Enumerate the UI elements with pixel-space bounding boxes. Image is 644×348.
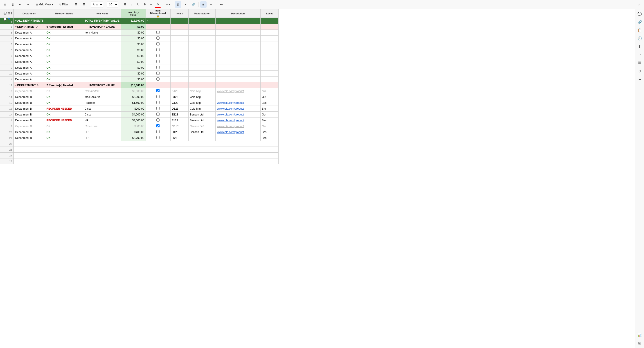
- row-number: 💬 🗒 1: [0, 18, 14, 24]
- discontinued-checkbox[interactable]: [156, 48, 160, 51]
- grid-view-button[interactable]: ⊞ Grid View ▾: [35, 1, 54, 8]
- bold-button[interactable]: B: [122, 1, 128, 8]
- discontinued-checkbox[interactable]: [156, 107, 160, 110]
- indent-button[interactable]: ☰: [80, 1, 87, 8]
- dept-collapse-toggle[interactable]: ▾: [15, 26, 16, 28]
- discontinued-checkbox[interactable]: [156, 66, 160, 69]
- cell-itemname: Commodore: [83, 88, 121, 94]
- print-icon[interactable]: 🖨: [10, 1, 16, 8]
- sidebar-upload-icon[interactable]: ⬆: [636, 43, 643, 50]
- col-header-manufacturer[interactable]: Manufacturer: [188, 9, 215, 18]
- cell-department: Department A: [14, 53, 45, 59]
- dept-collapse-toggle[interactable]: ▾: [15, 84, 16, 87]
- col-header-itemnum[interactable]: Item #: [170, 9, 188, 18]
- sidebar-grid-icon[interactable]: ⊞: [636, 340, 643, 346]
- info-small-icon[interactable]: ℹ: [11, 12, 12, 15]
- discontinued-checkbox[interactable]: [156, 72, 160, 75]
- row-comment-icon[interactable]: 💬: [4, 18, 7, 21]
- spreadsheet[interactable]: 💬 🗒 ℹ Department Reorder Status Item Nam…: [0, 9, 635, 348]
- table-row: 17 Department B OK Cisco $4,000.00 E123 …: [0, 112, 278, 118]
- cell-description: [215, 36, 260, 42]
- clear-button[interactable]: ✕: [182, 1, 189, 8]
- sidebar-diamond-icon[interactable]: ◇: [636, 68, 643, 74]
- discontinued-checkbox[interactable]: [156, 136, 160, 139]
- description-link[interactable]: www.cole.com/product: [217, 113, 244, 116]
- comment-small-icon[interactable]: 💬: [4, 12, 7, 15]
- discontinued-checkbox[interactable]: [156, 101, 160, 104]
- col-header-reorder[interactable]: Reorder Status: [45, 9, 83, 18]
- grid-view-label: Grid View: [39, 3, 51, 6]
- filter-button[interactable]: ▽ Filter: [58, 1, 69, 8]
- discontinued-checkbox[interactable]: [156, 42, 160, 46]
- discontinued-checkbox[interactable]: [156, 36, 160, 40]
- description-link[interactable]: www.cole.com/product: [217, 119, 244, 122]
- sidebar-history-icon[interactable]: 🕐: [636, 35, 643, 42]
- discontinued-checkbox[interactable]: [156, 78, 160, 80]
- sidebar-link-icon[interactable]: 🔗: [636, 19, 643, 25]
- note-small-icon[interactable]: 🗒: [8, 12, 10, 15]
- sidebar-activity-icon[interactable]: 〰: [636, 51, 643, 58]
- row-number: 7: [0, 53, 14, 59]
- cell-description: www.cole.com/product: [215, 106, 260, 112]
- italic-button[interactable]: I: [128, 1, 135, 8]
- col-header-location[interactable]: Locat: [260, 9, 278, 18]
- align-button[interactable]: ≡ ▾: [165, 1, 171, 8]
- cell-location: [260, 36, 278, 42]
- col-header-invvalue[interactable]: InventoryValue: [121, 9, 146, 18]
- wrap-button[interactable]: ⌸: [175, 1, 181, 8]
- col-header-discontinued[interactable]: ItemDiscontinued 🔒: [146, 9, 170, 18]
- font-select[interactable]: Arial: [91, 2, 103, 8]
- underline-button[interactable]: U: [135, 1, 141, 8]
- more-button[interactable]: •••: [218, 1, 224, 8]
- expand-button[interactable]: ⤢: [636, 1, 642, 8]
- table-view-button[interactable]: ⊞: [200, 1, 206, 8]
- cell-description: [215, 94, 260, 100]
- undo-button[interactable]: ↩: [17, 1, 24, 8]
- description-link[interactable]: www.cole.com/product: [217, 125, 244, 128]
- description-link[interactable]: www.cole.com/product: [217, 90, 244, 93]
- col-header-description[interactable]: Description: [215, 9, 260, 18]
- highlight-button[interactable]: ✏: [148, 1, 154, 8]
- group-all-dept: ▾ALL DEPARTMENTS: [14, 18, 45, 24]
- discontinued-checkbox[interactable]: [156, 60, 160, 63]
- strikethrough-button[interactable]: S: [142, 1, 148, 8]
- discontinued-checkbox[interactable]: [156, 95, 160, 98]
- table-icon[interactable]: ⊞: [2, 1, 8, 8]
- size-select[interactable]: 10: [107, 2, 118, 8]
- discontinued-checkbox[interactable]: [156, 89, 160, 92]
- table-row: 13 Department B OK Commodore $2,000.00 A…: [0, 88, 278, 94]
- row-note-icon[interactable]: 🗒: [8, 18, 10, 21]
- right-sidebar: 💬 🔗 📋 🕐 ⬆ 〰 ▦ ◇ ☁ 📊 ⊞: [635, 9, 644, 348]
- table-row: 15 Department B OK Roulette $1,500.00 C1…: [0, 100, 278, 106]
- collapse-toggle[interactable]: ▾: [15, 20, 16, 22]
- link-button[interactable]: 🔗: [190, 1, 196, 8]
- sidebar-comment-icon[interactable]: 💬: [636, 11, 643, 17]
- outdent-button[interactable]: ☰: [73, 1, 79, 8]
- cell-department: Department B: [14, 88, 45, 94]
- discontinued-checkbox[interactable]: [156, 118, 160, 122]
- sidebar-data-icon[interactable]: ▦: [636, 60, 643, 66]
- discontinued-checkbox[interactable]: [156, 54, 160, 57]
- discontinued-checkbox[interactable]: [156, 124, 160, 128]
- empty-cell: [14, 141, 278, 147]
- cell-department: Department B: [14, 135, 45, 141]
- cell-manufacturer: [188, 76, 215, 82]
- redo-button[interactable]: ↪: [25, 1, 31, 8]
- draw-button[interactable]: ✏: [208, 1, 214, 8]
- discontinued-checkbox[interactable]: [156, 130, 160, 133]
- description-link[interactable]: www.cole.com/product: [217, 130, 244, 134]
- description-link[interactable]: www.cole.com/product: [217, 101, 244, 104]
- font-color-button[interactable]: A: [154, 1, 161, 8]
- description-link[interactable]: www.cole.com/product: [217, 107, 244, 110]
- sidebar-chart-icon[interactable]: 📊: [636, 332, 643, 338]
- cell-invvalue: $500.00: [121, 123, 146, 129]
- discontinued-checkbox[interactable]: [156, 112, 160, 116]
- cell-reorder: OK: [45, 123, 83, 129]
- col-header-itemname[interactable]: Item Name: [83, 9, 121, 18]
- row-number: 8: [0, 59, 14, 65]
- sidebar-layers-icon[interactable]: 📋: [636, 27, 643, 33]
- sidebar-cloud-icon[interactable]: ☁: [636, 76, 643, 82]
- discontinued-checkbox[interactable]: [156, 30, 160, 34]
- cell-department: Department A: [14, 65, 45, 71]
- col-header-department[interactable]: Department: [14, 9, 45, 18]
